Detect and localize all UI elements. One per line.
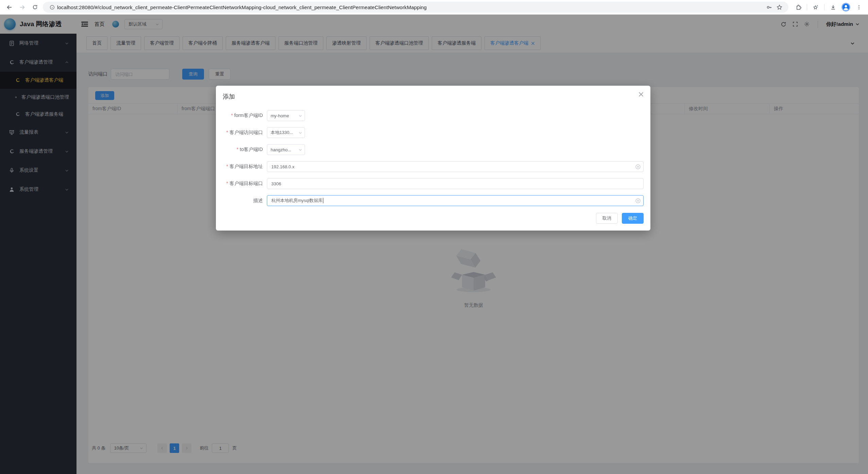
dialog-close-icon[interactable] [639, 92, 644, 97]
sparkle-star-icon[interactable] [809, 1, 822, 13]
chevron-down-icon [298, 148, 303, 152]
divider [807, 4, 807, 10]
form-row-client-access-port: 客户端访问端口 本地1330... [223, 127, 644, 138]
url-text[interactable]: localhost:28080/#/cloud_network_client_p… [57, 4, 764, 10]
downloads-icon[interactable] [827, 1, 839, 13]
cancel-button[interactable]: 取消 [596, 213, 618, 224]
text-caret [323, 198, 324, 203]
browser-reload-icon[interactable] [29, 1, 41, 13]
form-row-from-client-id: form客户端ID my-home [223, 110, 644, 121]
clear-input-icon[interactable] [635, 198, 641, 203]
bookmark-star-icon[interactable] [774, 1, 784, 13]
dialog-title: 添加 [223, 92, 644, 101]
modal-overlay [0, 15, 868, 474]
form-row-client-target-port: 客户端目标端口 3306 [223, 178, 644, 189]
form-row-description: 描述 杭州本地机房mysql数据库 [223, 195, 644, 206]
divider [824, 4, 824, 10]
form-row-to-client-id: to客户端ID hangzho... [223, 144, 644, 155]
clear-input-icon[interactable] [635, 164, 641, 169]
field-label: form客户端ID [223, 113, 267, 119]
field-label: 描述 [223, 198, 267, 204]
chevron-down-icon [298, 114, 303, 118]
from-client-id-select[interactable]: my-home [267, 110, 305, 121]
password-key-icon[interactable] [764, 1, 774, 13]
extensions-icon[interactable] [792, 1, 805, 13]
confirm-button[interactable]: 确定 [622, 213, 644, 224]
form-row-client-target-address: 客户端目标地址 192.168.0.x [223, 161, 644, 172]
dialog-form: form客户端ID my-home 客户端访问端口 本地1330... to客户… [223, 110, 644, 206]
site-info-icon[interactable] [47, 1, 57, 13]
add-dialog: 添加 form客户端ID my-home 客户端访问端口 本地1330... t… [216, 86, 650, 231]
browser-forward-icon[interactable] [16, 1, 29, 13]
chevron-down-icon [298, 131, 303, 135]
profile-avatar[interactable] [839, 1, 852, 13]
field-label: to客户端ID [223, 147, 267, 153]
client-access-port-select[interactable]: 本地1330... [267, 127, 305, 138]
browser-chrome: localhost:28080/#/cloud_network_client_p… [0, 0, 868, 15]
client-target-address-input[interactable]: 192.168.0.x [267, 161, 644, 172]
field-label: 客户端访问端口 [223, 130, 267, 136]
browser-back-icon[interactable] [3, 1, 16, 13]
client-target-port-input[interactable]: 3306 [267, 178, 644, 189]
address-bar[interactable]: localhost:28080/#/cloud_network_client_p… [43, 2, 788, 13]
dialog-footer: 取消 确定 [223, 213, 644, 224]
description-input[interactable]: 杭州本地机房mysql数据库 [267, 195, 644, 206]
browser-menu-icon[interactable] [852, 1, 865, 13]
field-label: 客户端目标地址 [223, 164, 267, 170]
to-client-id-select[interactable]: hangzho... [267, 144, 305, 155]
field-label: 客户端目标端口 [223, 181, 267, 187]
